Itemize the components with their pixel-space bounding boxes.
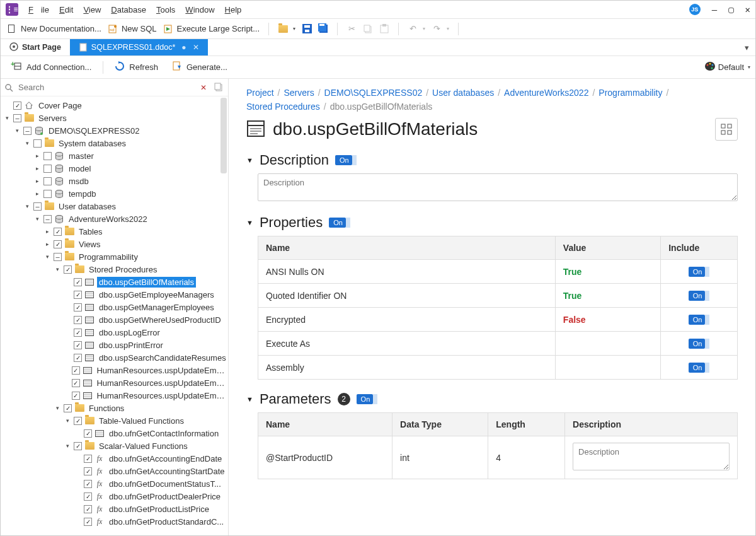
tree-model[interactable]: model: [67, 163, 93, 174]
tree-svf-3[interactable]: dbo.ufnGetDocumentStatusT...: [107, 479, 223, 489]
folder-icon: [74, 264, 84, 274]
cut-button[interactable]: ✂: [346, 24, 357, 34]
theme-selector[interactable]: Default ▾: [704, 61, 750, 73]
search-input[interactable]: [17, 82, 197, 93]
function-icon: fx: [94, 466, 105, 476]
menu-database[interactable]: Database: [107, 4, 150, 16]
open-button[interactable]: ▾: [278, 24, 295, 34]
param-description-input[interactable]: [573, 443, 730, 470]
tree-views[interactable]: Views: [77, 239, 102, 250]
crumb-prog[interactable]: Programmability: [598, 88, 662, 98]
tree-user-databases[interactable]: User databases: [57, 201, 118, 212]
tree-server1[interactable]: DEMO\SQLEXPRESS02: [47, 125, 142, 136]
tree-proc-5[interactable]: dbo.uspLogError: [97, 327, 162, 338]
copy-button[interactable]: [363, 24, 373, 34]
tree-functions[interactable]: Functions: [87, 403, 126, 414]
tree-proc-9[interactable]: HumanResources.uspUpdateEmpl...: [94, 378, 228, 388]
new-documentation-button[interactable]: New Documentation...: [7, 24, 101, 34]
tree-programmability[interactable]: Programmability: [77, 252, 140, 262]
tab-document[interactable]: SQLEXPRESS01.ddoc* ● ✕: [70, 39, 208, 55]
tree-tvf[interactable]: Table-Valued Functions: [97, 416, 186, 426]
tree-scrollbar[interactable]: [220, 98, 227, 173]
tree-tvf-1[interactable]: dbo.ufnGetContactInformation: [107, 428, 220, 439]
tree-proc-7[interactable]: dbo.uspSearchCandidateResumes: [97, 352, 228, 363]
tree-svf-1[interactable]: dbo.ufnGetAccountingEndDate: [107, 453, 224, 464]
menu-file[interactable]: File: [25, 4, 53, 16]
prop-include-toggle[interactable]: On: [689, 291, 706, 301]
prop-include-toggle[interactable]: On: [689, 363, 706, 373]
menu-tools[interactable]: Tools: [152, 4, 179, 16]
tree-master[interactable]: master: [67, 151, 96, 161]
execute-script-button[interactable]: Execute Large Script...: [163, 24, 260, 34]
tree-proc-2[interactable]: dbo.uspGetEmployeeManagers: [97, 289, 216, 300]
crumb-userdb[interactable]: User databases: [432, 88, 494, 98]
tree-tables[interactable]: Tables: [77, 226, 105, 237]
section-properties-header[interactable]: ▼ Properties On: [246, 214, 738, 231]
parameters-include-toggle[interactable]: On: [357, 394, 374, 404]
maximize-icon[interactable]: ▢: [728, 4, 733, 15]
crumb-sp[interactable]: Stored Procedures: [246, 102, 320, 112]
crumb-project[interactable]: Project: [246, 88, 274, 98]
svg-point-29: [709, 63, 711, 65]
clear-search-icon[interactable]: ✕: [200, 83, 207, 92]
crumb-servers[interactable]: Servers: [284, 88, 314, 98]
section-parameters-title: Parameters: [260, 391, 331, 407]
description-include-toggle[interactable]: On: [335, 155, 352, 165]
tree-proc-10[interactable]: HumanResources.uspUpdateEmpl...: [94, 390, 228, 401]
tree-svf-4[interactable]: dbo.ufnGetProductDealerPrice: [107, 491, 222, 502]
tree-proc-6[interactable]: dbo.uspPrintError: [97, 340, 165, 351]
tree-proc-8[interactable]: HumanResources.uspUpdateEmpl...: [94, 365, 228, 376]
menu-edit[interactable]: Edit: [55, 4, 77, 16]
save-all-icon: [318, 24, 328, 34]
object-tree[interactable]: ▶Cover Page ▾Servers ▾DEMO\SQLEXPRESS02 …: [1, 96, 228, 535]
tree-system-databases[interactable]: System databases: [57, 138, 128, 149]
redo-button[interactable]: ↷▾: [432, 24, 449, 34]
close-tab-icon[interactable]: ✕: [193, 43, 199, 52]
copy-tree-icon[interactable]: [214, 83, 224, 93]
prop-include-toggle[interactable]: On: [689, 315, 706, 325]
undo-button[interactable]: ↶▾: [408, 24, 425, 34]
properties-include-toggle[interactable]: On: [329, 218, 346, 228]
procedure-large-icon: [246, 120, 265, 139]
parameters-count-badge: 2: [338, 393, 350, 405]
save-all-button[interactable]: [318, 24, 328, 34]
crumb-aw[interactable]: AdventureWorks2022: [504, 88, 588, 98]
add-connection-button[interactable]: + Add Connection...: [6, 59, 96, 76]
tree-proc-1[interactable]: dbo.uspGetBillOfMaterials: [97, 277, 196, 288]
paste-button[interactable]: [379, 24, 389, 34]
tree-svf-6[interactable]: dbo.ufnGetProductStandardC...: [107, 516, 226, 527]
tab-overflow-button[interactable]: ▾: [738, 39, 755, 55]
refresh-button[interactable]: Refresh: [110, 59, 163, 76]
menu-view[interactable]: View: [79, 4, 105, 16]
close-icon[interactable]: ✕: [745, 4, 750, 15]
folder-icon: [64, 252, 74, 262]
section-parameters-header[interactable]: ▼ Parameters 2 On: [246, 391, 738, 407]
tree-svf-2[interactable]: dbo.ufnGetAccountingStartDate: [107, 466, 227, 477]
save-button[interactable]: [302, 24, 312, 34]
menu-window[interactable]: Window: [181, 4, 218, 16]
tree-proc-3[interactable]: dbo.uspGetManagerEmployees: [97, 302, 216, 313]
crumb-server[interactable]: DEMO\SQLEXPRESS02: [324, 88, 423, 98]
new-sql-button[interactable]: sql New SQL: [108, 24, 157, 34]
generate-button[interactable]: Generate...: [167, 59, 232, 76]
menu-help[interactable]: Help: [221, 4, 246, 16]
tree-proc-4[interactable]: dbo.uspGetWhereUsedProductID: [97, 315, 223, 325]
tab-start-page[interactable]: Start Page: [1, 39, 70, 55]
generate-icon: [172, 61, 182, 73]
tree-servers[interactable]: Servers: [37, 113, 69, 124]
js-badge-icon[interactable]: JS: [689, 4, 701, 15]
tree-adventureworks[interactable]: AdventureWorks2022: [67, 214, 149, 224]
tree-msdb[interactable]: msdb: [67, 176, 91, 187]
tree-svf-5[interactable]: dbo.ufnGetProductListPrice: [107, 504, 211, 515]
prop-include-toggle[interactable]: On: [689, 339, 706, 349]
secondary-toolbar: + Add Connection... Refresh Generate... …: [1, 56, 755, 79]
tree-svf[interactable]: Scalar-Valued Functions: [97, 441, 190, 452]
minimize-icon[interactable]: —: [712, 4, 717, 15]
tree-stored-procedures[interactable]: Stored Procedures: [87, 264, 159, 275]
tree-tempdb[interactable]: tempdb: [67, 189, 98, 199]
description-input[interactable]: [258, 173, 738, 201]
layout-toggle-button[interactable]: [715, 118, 738, 141]
tree-cover-page[interactable]: Cover Page: [37, 100, 84, 111]
prop-include-toggle[interactable]: On: [689, 267, 706, 277]
section-description-header[interactable]: ▼ Description On: [246, 152, 738, 168]
